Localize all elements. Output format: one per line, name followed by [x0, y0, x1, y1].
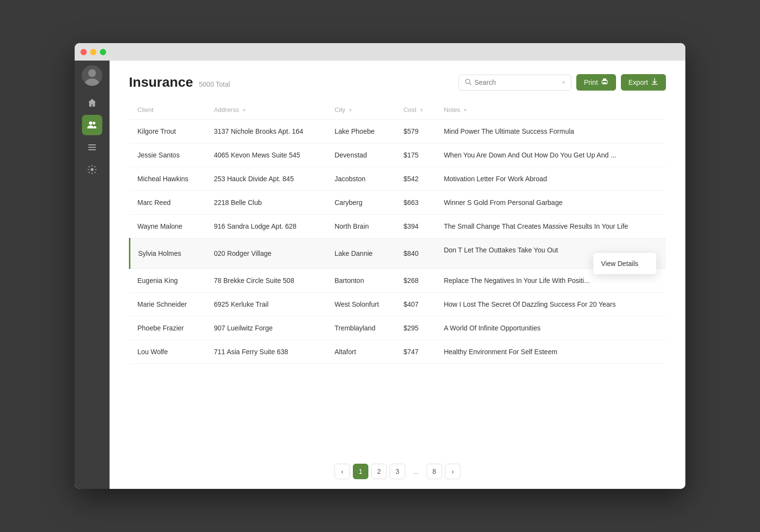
- sidebar-item-settings[interactable]: [82, 159, 102, 180]
- search-input[interactable]: [475, 78, 559, 86]
- avatar[interactable]: [82, 65, 102, 86]
- cell-client: Lou Wolfe: [130, 340, 206, 364]
- column-header-notes[interactable]: Notes ▾: [436, 100, 666, 120]
- sidebar-item-list[interactable]: [82, 137, 102, 157]
- app-window: Insurance 5000 Total ▾: [75, 43, 685, 489]
- cell-address: 2218 Belle Club: [206, 191, 327, 215]
- column-header-city[interactable]: City ▾: [327, 100, 396, 120]
- cell-cost: $175: [396, 143, 436, 167]
- cell-client: Marc Reed: [130, 191, 206, 215]
- view-details-item[interactable]: View Details: [593, 256, 656, 271]
- page-title: Insurance: [129, 75, 193, 90]
- cell-city: Lake Dannie: [327, 238, 396, 269]
- cell-notes: Don T Let The Outtakes Take You Out ⋯ Vi…: [436, 238, 666, 269]
- cell-cost: $295: [396, 316, 436, 340]
- cell-notes: The Small Change That Creates Massive Re…: [436, 215, 666, 238]
- cell-cost: $840: [396, 238, 436, 269]
- table-row: Eugenia King 78 Brekke Circle Suite 508 …: [130, 269, 666, 293]
- svg-point-8: [91, 168, 94, 171]
- minimize-button[interactable]: [90, 49, 96, 55]
- close-button[interactable]: [80, 49, 87, 55]
- cell-city: Bartonton: [327, 269, 396, 293]
- table-row: Sylvia Holmes 020 Rodger Village Lake Da…: [130, 238, 666, 269]
- table-row: Marie Schneider 6925 Kerluke Trail West …: [130, 293, 666, 316]
- prev-page-button[interactable]: ‹: [334, 464, 350, 479]
- titlebar: [75, 43, 685, 61]
- svg-rect-13: [603, 82, 606, 84]
- cell-address: 3137 Nichole Brooks Apt. 164: [206, 120, 327, 143]
- cell-address: 916 Sandra Lodge Apt. 628: [206, 215, 327, 238]
- cell-notes: Winner S Gold From Personal Garbage: [436, 191, 666, 215]
- export-label: Export: [629, 78, 648, 86]
- svg-rect-7: [88, 149, 96, 150]
- cell-cost: $542: [396, 167, 436, 191]
- page-dots: ...: [408, 464, 424, 479]
- cell-city: Altafort: [327, 340, 396, 364]
- page-button-8[interactable]: 8: [427, 464, 442, 479]
- cell-city: North Brain: [327, 215, 396, 238]
- cell-city: Devenstad: [327, 143, 396, 167]
- svg-point-4: [93, 122, 95, 125]
- table-container: Client Addrerss ▾ City ▾ Cost: [110, 100, 685, 454]
- search-icon: [465, 78, 472, 87]
- sort-arrow-address: ▾: [243, 107, 246, 113]
- print-button[interactable]: Print: [576, 74, 616, 91]
- context-menu: View Details: [593, 253, 656, 274]
- cell-city: Caryberg: [327, 191, 396, 215]
- header-right: ▾ Print Export: [459, 74, 666, 91]
- export-button[interactable]: Export: [621, 74, 666, 91]
- sidebar: [75, 61, 110, 489]
- column-header-address[interactable]: Addrerss ▾: [206, 100, 327, 120]
- cell-address: 020 Rodger Village: [206, 238, 327, 269]
- app-body: Insurance 5000 Total ▾: [75, 61, 685, 489]
- page-button-3[interactable]: 3: [390, 464, 405, 479]
- svg-point-3: [89, 122, 93, 125]
- svg-line-10: [469, 83, 471, 85]
- cell-address: 6925 Kerluke Trail: [206, 293, 327, 316]
- cell-city: West Solonfurt: [327, 293, 396, 316]
- maximize-button[interactable]: [100, 49, 106, 55]
- cell-notes: Motivation Letter For Work Abroad: [436, 167, 666, 191]
- cell-client: Sylvia Holmes: [130, 238, 206, 269]
- print-label: Print: [584, 78, 598, 86]
- cell-client: Wayne Malone: [130, 215, 206, 238]
- page-button-2[interactable]: 2: [371, 464, 387, 479]
- cell-notes: Mind Power The Ultimate Success Formula: [436, 120, 666, 143]
- cell-address: 4065 Kevon Mews Suite 545: [206, 143, 327, 167]
- cell-notes: When You Are Down And Out How Do You Get…: [436, 143, 666, 167]
- sort-arrow-city: ▾: [349, 107, 352, 113]
- dropdown-arrow-icon: ▾: [562, 79, 565, 86]
- sort-arrow-cost: ▾: [420, 107, 423, 113]
- column-header-client[interactable]: Client: [130, 100, 206, 120]
- download-icon: [651, 78, 658, 87]
- cell-cost: $747: [396, 340, 436, 364]
- cell-cost: $663: [396, 191, 436, 215]
- total-badge: 5000 Total: [199, 80, 230, 88]
- table-row: Wayne Malone 916 Sandra Lodge Apt. 628 N…: [130, 215, 666, 238]
- cell-cost: $407: [396, 293, 436, 316]
- table-row: Micheal Hawkins 253 Hauck Divide Apt. 84…: [130, 167, 666, 191]
- table-row: Marc Reed 2218 Belle Club Caryberg $663 …: [130, 191, 666, 215]
- printer-icon: [601, 78, 608, 87]
- column-header-cost[interactable]: Cost ▾: [396, 100, 436, 120]
- header: Insurance 5000 Total ▾: [110, 61, 685, 100]
- cell-city: Jacobston: [327, 167, 396, 191]
- svg-point-1: [88, 69, 96, 77]
- sidebar-item-home[interactable]: [82, 93, 102, 113]
- table-header-row: Client Addrerss ▾ City ▾ Cost: [130, 100, 666, 120]
- table-row: Lou Wolfe 711 Asia Ferry Suite 638 Altaf…: [130, 340, 666, 364]
- cell-address: 253 Hauck Divide Apt. 845: [206, 167, 327, 191]
- cell-cost: $268: [396, 269, 436, 293]
- cell-notes: Healthy Environment For Self Esteem: [436, 340, 666, 364]
- cell-client: Jessie Santos: [130, 143, 206, 167]
- next-page-button[interactable]: ›: [445, 464, 460, 479]
- cell-cost: $394: [396, 215, 436, 238]
- page-button-1[interactable]: 1: [353, 464, 368, 479]
- svg-rect-12: [603, 78, 606, 81]
- sort-arrow-notes: ▾: [464, 107, 467, 113]
- search-box[interactable]: ▾: [459, 75, 571, 91]
- sidebar-item-people[interactable]: [82, 115, 102, 135]
- cell-client: Micheal Hawkins: [130, 167, 206, 191]
- traffic-lights: [80, 49, 106, 55]
- pagination: ‹ 1 2 3 ... 8 ›: [110, 454, 685, 489]
